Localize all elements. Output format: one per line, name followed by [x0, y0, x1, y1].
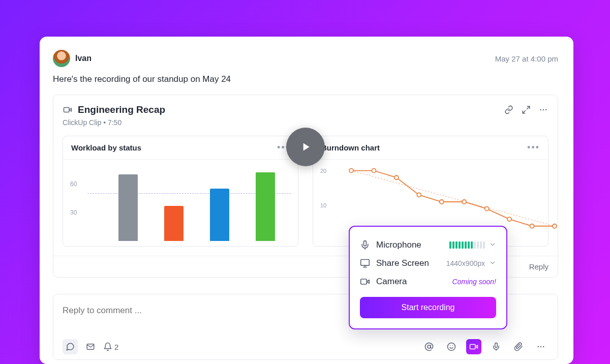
svg-rect-31: [361, 279, 367, 284]
rec-camera-label: Camera: [376, 277, 407, 287]
workload-chart-body: 3060: [63, 160, 298, 246]
burndown-chart-more-icon[interactable]: •••: [527, 142, 540, 153]
rec-share-value: 1440x900px: [446, 259, 485, 267]
link-icon[interactable]: [504, 105, 514, 115]
comment-card: Ivan May 27 at 4:00 pm Here's the record…: [40, 37, 573, 364]
svg-rect-20: [470, 345, 476, 349]
workload-chart-card: Workload by status ••• 3060: [63, 136, 298, 247]
mail-icon[interactable]: [83, 339, 98, 354]
svg-rect-26: [364, 241, 367, 246]
mention-icon[interactable]: [421, 339, 437, 354]
svg-point-6: [372, 169, 376, 173]
svg-point-17: [448, 343, 455, 351]
rec-camera-note: Coming soon!: [452, 278, 496, 286]
svg-rect-21: [495, 343, 498, 348]
mic-level-meter: [449, 241, 485, 249]
monitor-icon: [360, 258, 370, 268]
svg-point-7: [394, 175, 399, 179]
svg-point-14: [553, 224, 557, 228]
svg-point-25: [543, 346, 544, 347]
rec-share-row[interactable]: Share Screen 1440x900px: [360, 254, 496, 272]
start-recording-button[interactable]: Start recording: [360, 297, 496, 318]
expand-icon[interactable]: [521, 105, 531, 115]
more-icon[interactable]: [538, 105, 548, 115]
play-button[interactable]: [286, 128, 325, 166]
svg-rect-0: [64, 108, 70, 112]
attach-icon[interactable]: [511, 339, 526, 354]
rec-mic-row[interactable]: Microphone: [360, 236, 496, 254]
microphone-icon: [360, 240, 370, 250]
bar: [256, 172, 275, 241]
bar: [164, 206, 184, 241]
comment-mode-icon[interactable]: [63, 339, 78, 354]
svg-point-16: [428, 345, 431, 348]
bar: [210, 189, 229, 241]
rec-share-label: Share Screen: [376, 258, 429, 268]
toolbar-more-icon[interactable]: [533, 339, 548, 354]
svg-point-13: [530, 224, 534, 228]
svg-point-10: [462, 200, 466, 204]
svg-point-2: [543, 109, 544, 110]
author-name: Ivan: [75, 54, 92, 63]
recording-popover: Microphone Share Screen 1440x900px: [349, 226, 507, 329]
svg-point-23: [538, 346, 539, 347]
comment-header: Ivan May 27 at 4:00 pm: [53, 50, 558, 67]
chevron-down-icon[interactable]: [489, 259, 496, 268]
clip-source: ClickUp Clip: [63, 118, 101, 127]
svg-point-8: [417, 193, 421, 197]
svg-point-9: [440, 200, 444, 204]
clip-meta: ClickUp Clip • 7:50: [63, 118, 548, 127]
chevron-down-icon[interactable]: [489, 241, 496, 250]
svg-rect-28: [361, 260, 370, 266]
svg-point-24: [540, 346, 541, 347]
clip-title: Engineering Recap: [78, 104, 165, 115]
avatar[interactable]: [53, 50, 70, 67]
timestamp: May 27 at 4:00 pm: [495, 54, 558, 63]
clip-header: Engineering Recap: [63, 104, 548, 115]
burndown-chart-title: Burndown chart: [321, 143, 380, 152]
bar: [118, 174, 138, 241]
reply-link[interactable]: Reply: [529, 262, 548, 271]
rec-camera-row: Camera Coming soon!: [360, 272, 496, 291]
comment-body: Here's the recording of our standup on M…: [53, 74, 558, 84]
svg-point-1: [540, 109, 541, 110]
video-icon: [63, 105, 73, 115]
emoji-icon[interactable]: [444, 339, 459, 354]
rec-mic-label: Microphone: [376, 240, 421, 250]
composer-toolbar: 2: [63, 339, 548, 354]
svg-point-11: [485, 207, 489, 211]
clip-duration: 7:50: [108, 118, 121, 127]
clip-actions: [504, 105, 548, 115]
svg-point-12: [507, 217, 511, 221]
workload-chart-title: Workload by status: [71, 143, 141, 152]
svg-point-5: [349, 169, 353, 173]
microphone-icon[interactable]: [489, 339, 504, 354]
record-clip-button[interactable]: [466, 339, 481, 354]
svg-point-3: [545, 109, 546, 110]
video-icon: [360, 277, 370, 287]
notification-count[interactable]: 2: [103, 342, 118, 351]
svg-line-4: [351, 171, 555, 226]
